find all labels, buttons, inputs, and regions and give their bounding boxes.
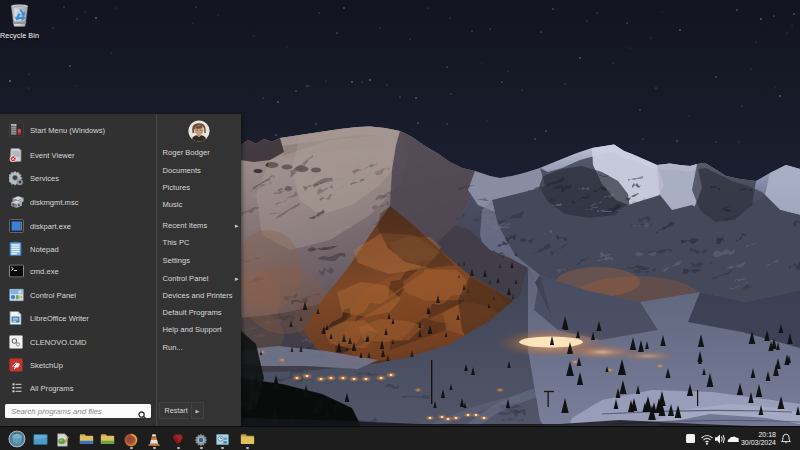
svg-text:Start: Start [11, 124, 15, 126]
